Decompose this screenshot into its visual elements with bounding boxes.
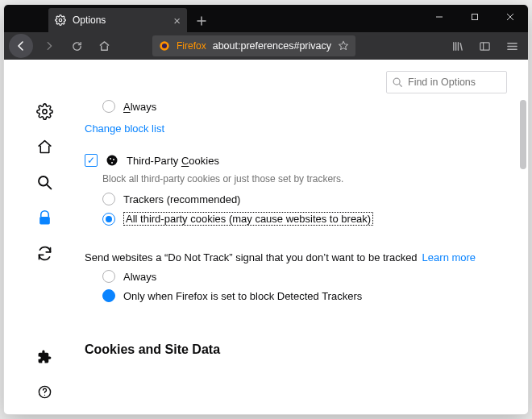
- tpc-all-label: All third-party cookies (may cause websi…: [123, 212, 373, 226]
- svg-point-10: [44, 394, 44, 395]
- dnt-always-label: Always: [123, 271, 156, 283]
- tpc-trackers-radio[interactable]: [102, 193, 115, 205]
- preferences-main: Always Change block list ✓ Third-Party C…: [85, 60, 528, 414]
- gear-icon: [55, 15, 66, 26]
- tab-title: Options: [73, 15, 167, 26]
- close-tab-icon[interactable]: ×: [173, 15, 181, 27]
- url-bar[interactable]: Firefox about:preferences#privacy: [152, 35, 355, 56]
- svg-point-11: [107, 156, 118, 166]
- category-extensions[interactable]: [35, 346, 54, 366]
- svg-point-14: [111, 162, 113, 164]
- svg-point-13: [113, 159, 114, 160]
- svg-point-3: [162, 44, 167, 48]
- cookie-icon: [106, 154, 118, 167]
- brand-label: Firefox: [177, 40, 206, 52]
- back-button[interactable]: [9, 34, 33, 58]
- dnt-learn-more-link[interactable]: Learn more: [422, 251, 476, 263]
- dnt-detected-radio[interactable]: [102, 289, 115, 302]
- nav-toolbar: Firefox about:preferences#privacy: [4, 32, 528, 60]
- close-window-button[interactable]: [493, 5, 528, 29]
- change-block-list-link[interactable]: Change block list: [85, 122, 164, 135]
- category-sidebar: [4, 60, 85, 414]
- dnt-detected-label: Only when Firefox is set to block Detect…: [123, 290, 362, 302]
- dnt-intro: Send websites a “Do Not Track” signal th…: [85, 251, 418, 263]
- library-button[interactable]: [446, 35, 468, 57]
- forward-button[interactable]: [38, 35, 60, 57]
- svg-point-7: [39, 176, 48, 185]
- category-general[interactable]: [35, 102, 54, 121]
- app-menu-button[interactable]: [501, 35, 523, 57]
- category-sync[interactable]: [35, 243, 54, 263]
- dnt-always-radio[interactable]: [102, 270, 115, 283]
- svg-point-12: [110, 158, 111, 160]
- svg-rect-4: [480, 42, 488, 49]
- sidebar-button[interactable]: [473, 35, 496, 57]
- reload-button[interactable]: [65, 35, 88, 57]
- new-tab-button[interactable]: [190, 10, 213, 32]
- tracking-always-radio[interactable]: [102, 100, 115, 113]
- category-home[interactable]: [35, 137, 54, 156]
- svg-point-0: [59, 19, 62, 22]
- maximize-button[interactable]: [457, 5, 493, 29]
- minimize-button[interactable]: [422, 5, 457, 29]
- bookmark-star-icon[interactable]: [338, 40, 349, 52]
- tab-strip: Options ×: [4, 5, 528, 32]
- category-support[interactable]: [35, 382, 54, 401]
- tracking-always-label: Always: [123, 101, 156, 113]
- cookies-site-data-heading: Cookies and Site Data: [85, 342, 507, 357]
- tpc-trackers-label: Trackers (recommended): [123, 193, 240, 205]
- url-text: about:preferences#privacy: [213, 40, 331, 52]
- firefox-window: Options × Firefox about:preferences#priv…: [3, 4, 529, 415]
- third-party-cookies-desc: Block all third-party cookies or just th…: [102, 173, 507, 185]
- third-party-cookies-checkbox[interactable]: ✓: [85, 154, 98, 167]
- svg-point-6: [42, 109, 46, 113]
- svg-rect-1: [472, 15, 478, 20]
- firefox-logo-icon: [159, 40, 170, 52]
- window-controls: [422, 5, 528, 29]
- tpc-all-radio[interactable]: [102, 213, 115, 226]
- home-button[interactable]: [93, 35, 115, 57]
- svg-rect-8: [39, 216, 50, 224]
- category-search[interactable]: [35, 172, 54, 192]
- third-party-cookies-label: Third-Party Cookies: [127, 155, 219, 167]
- category-privacy[interactable]: [35, 208, 54, 227]
- preferences-page: Find in Options Always Change block list: [4, 60, 528, 414]
- browser-tab-options[interactable]: Options ×: [48, 8, 187, 32]
